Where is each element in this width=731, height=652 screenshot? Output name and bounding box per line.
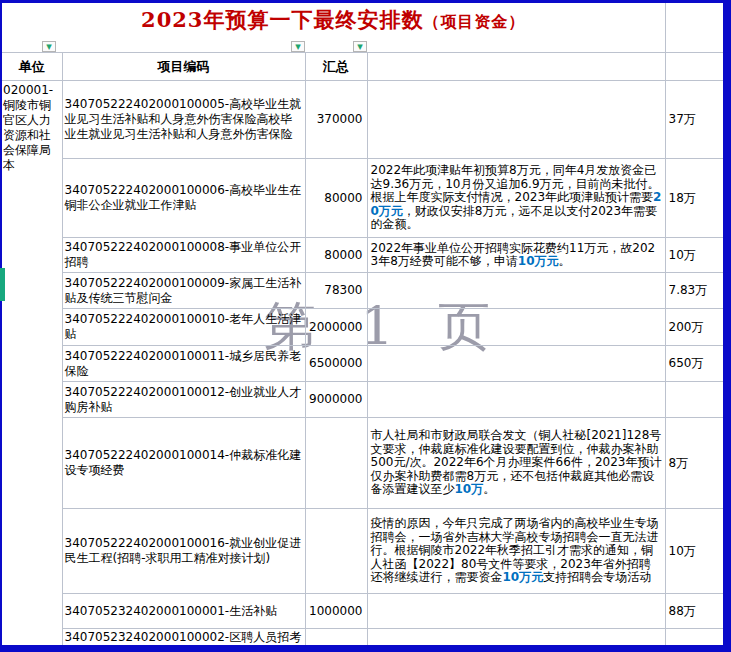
table-row: 340705222402000100016-就业创业促进民生工程(招聘-求职用工…	[2, 509, 723, 594]
note-cell[interactable]: 2022年此项津贴年初预算8万元，同年4月发放资金已达9.36万元，10月份又追…	[367, 159, 665, 238]
amount-cell[interactable]	[665, 629, 723, 647]
table-row: 340705222402000100006-高校毕业生在铜非公企业就业工作津贴 …	[2, 159, 723, 238]
amount-cell[interactable]: 200万	[665, 309, 723, 346]
left-border-selection-marker	[0, 268, 5, 301]
note-cell[interactable]: 2022年事业单位公开招聘实际花费约11万元，故2023年8万经费可能不够，申请…	[367, 238, 665, 273]
filter-button-total[interactable]: ▼	[353, 41, 367, 52]
autofilter-row: ▼ ▼ ▼	[0, 40, 731, 52]
page-title: 2023年预算一下最终安排数	[141, 7, 423, 32]
window-border-top	[0, 0, 731, 3]
note-cell[interactable]	[367, 346, 665, 382]
column-header-note[interactable]	[367, 53, 665, 81]
spreadsheet-window: 第 1 页 2023年预算一下最终安排数（项目资金） 单位 项目编码 汇总 02…	[0, 0, 731, 652]
project-code-cell[interactable]: 340705222402000100011-城乡居民养老保险	[62, 346, 305, 382]
window-border-right[interactable]	[723, 0, 731, 652]
project-code-cell[interactable]: 340705222402000100006-高校毕业生在铜非公企业就业工作津贴	[62, 159, 305, 238]
column-header-total[interactable]: 汇总	[305, 53, 367, 81]
filter-dropdown-arrow-icon: ▼	[293, 42, 304, 50]
filter-dropdown-arrow-icon: ▼	[44, 42, 55, 50]
window-border-bottom[interactable]	[0, 645, 731, 652]
amount-cell[interactable]: 10万	[665, 238, 723, 273]
note-cell[interactable]	[367, 594, 665, 629]
table-row: 340705222402000100014-仲裁标准化建设专项经费 市人社局和市…	[2, 418, 723, 509]
table-row: 340705222402000100012-创业就业人才购房补贴 9000000	[2, 382, 723, 418]
total-cell[interactable]	[305, 629, 367, 647]
total-cell[interactable]: 9000000	[305, 382, 367, 418]
amount-cell[interactable]: 18万	[665, 159, 723, 238]
filter-button-code[interactable]: ▼	[291, 41, 305, 52]
project-code-cell[interactable]: 340705222402000100005-高校毕业生就业见习生活补贴和人身意外…	[62, 81, 305, 159]
project-code-cell[interactable]: 340705222402000100012-创业就业人才购房补贴	[62, 382, 305, 418]
total-cell[interactable]: 2000000	[305, 309, 367, 346]
amount-cell[interactable]: 10万	[665, 509, 723, 594]
total-cell[interactable]	[305, 509, 367, 594]
note-cell[interactable]: 市人社局和市财政局联合发文（铜人社秘[2021]128号文要求，仲裁庭标准化建设…	[367, 418, 665, 509]
total-cell[interactable]: 6500000	[305, 346, 367, 382]
total-cell[interactable]: 80000	[305, 238, 367, 273]
total-cell[interactable]: 1000000	[305, 594, 367, 629]
column-header-unit[interactable]: 单位	[2, 53, 62, 81]
amount-cell[interactable]: 650万	[665, 346, 723, 382]
total-cell[interactable]	[305, 418, 367, 509]
sheet-title-cell[interactable]: 2023年预算一下最终安排数（项目资金）	[2, 3, 665, 40]
total-cell[interactable]: 78300	[305, 273, 367, 309]
note-cell[interactable]	[367, 309, 665, 346]
budget-table: 2023年预算一下最终安排数（项目资金） 单位 项目编码 汇总 020001-铜…	[2, 3, 724, 647]
filter-dropdown-arrow-icon: ▼	[355, 42, 366, 50]
note-cell[interactable]	[367, 273, 665, 309]
amount-cell[interactable]	[665, 382, 723, 418]
amount-cell[interactable]: 88万	[665, 594, 723, 629]
column-header-code[interactable]: 项目编码	[62, 53, 305, 81]
amount-cell[interactable]: 7.83万	[665, 273, 723, 309]
table-row: 340705232402000100001-生活补贴 1000000 88万	[2, 594, 723, 629]
project-code-cell[interactable]: 340705222402000100008-事业单位公开招聘	[62, 238, 305, 273]
column-header-amount[interactable]	[665, 53, 723, 81]
note-cell[interactable]: 疫情的原因，今年只完成了两场省内的高校毕业生专场招聘会，一场省外吉林大学高校专场…	[367, 509, 665, 594]
total-cell[interactable]: 370000	[305, 81, 367, 159]
table-row: 340705222402000100011-城乡居民养老保险 6500000 6…	[2, 346, 723, 382]
page-title-sub: （项目资金）	[423, 12, 525, 31]
unit-cell[interactable]: 020001-铜陵市铜官区人力资源和社会保障局本	[2, 81, 62, 647]
table-row: 340705232402000100002-区聘人员招考	[2, 629, 723, 647]
project-code-cell[interactable]: 340705222402000100016-就业创业促进民生工程(招聘-求职用工…	[62, 509, 305, 594]
table-row: 340705222402000100009-家属工生活补贴及传统三节慰问金 78…	[2, 273, 723, 309]
note-cell[interactable]	[367, 382, 665, 418]
title-row-empty-cell[interactable]	[665, 3, 723, 40]
project-code-cell[interactable]: 340705222402000100010-老年人生活津贴	[62, 309, 305, 346]
project-code-cell[interactable]: 340705222402000100009-家属工生活补贴及传统三节慰问金	[62, 273, 305, 309]
table-row: 020001-铜陵市铜官区人力资源和社会保障局本 340705222402000…	[2, 81, 723, 159]
table-row: 340705222402000100010-老年人生活津贴 2000000 20…	[2, 309, 723, 346]
project-code-cell[interactable]: 340705232402000100002-区聘人员招考	[62, 629, 305, 647]
note-cell[interactable]	[367, 629, 665, 647]
amount-cell[interactable]: 37万	[665, 81, 723, 159]
project-code-cell[interactable]: 340705222402000100014-仲裁标准化建设专项经费	[62, 418, 305, 509]
filter-button-unit[interactable]: ▼	[42, 41, 56, 52]
table-row: 340705222402000100008-事业单位公开招聘 80000 202…	[2, 238, 723, 273]
project-code-cell[interactable]: 340705232402000100001-生活补贴	[62, 594, 305, 629]
note-cell[interactable]	[367, 81, 665, 159]
window-border-left	[0, 0, 2, 652]
amount-cell[interactable]: 8万	[665, 418, 723, 509]
total-cell[interactable]: 80000	[305, 159, 367, 238]
